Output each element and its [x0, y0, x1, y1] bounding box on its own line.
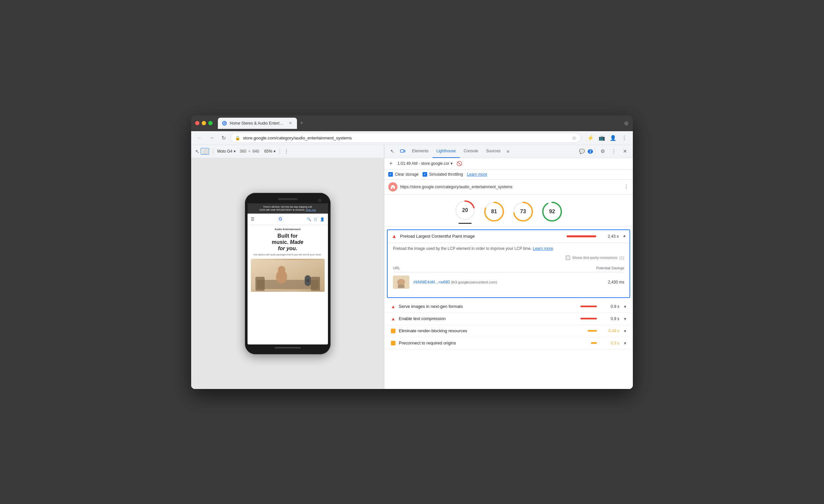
simulated-throttling-checkbox[interactable]: Simulated throttling: [423, 172, 463, 177]
cursor-mode-icon[interactable]: ↖: [195, 148, 199, 155]
profile-icon[interactable]: 👤: [608, 133, 618, 142]
audit-lcp-title: Preload Largest Contentful Paint image: [400, 234, 480, 239]
audit-lcp-desc: Preload the image used by the LCP elemen…: [393, 245, 624, 251]
audit-item-render-blocking[interactable]: Eliminate render-blocking resources 0.49…: [384, 325, 633, 337]
settings-icon[interactable]: ⚙: [597, 146, 608, 157]
best-practices-score[interactable]: 73: [513, 201, 534, 222]
tab-favicon: G: [222, 121, 227, 126]
audit-text-comp-chevron[interactable]: ▾: [624, 316, 626, 321]
tab-console[interactable]: Console: [460, 145, 482, 158]
svg-rect-12: [401, 149, 404, 152]
tab-sources[interactable]: Sources: [482, 145, 505, 158]
audit-text-comp-title: Enable text compression: [399, 316, 487, 321]
lock-icon: 🔒: [235, 135, 240, 140]
audit-item-next-gen[interactable]: ▲ Serve images in next-gen formats 0.9 s…: [384, 301, 633, 313]
third-party-label: Show 3rd-party resources: [572, 256, 617, 260]
more-options-icon[interactable]: ⋮: [608, 146, 619, 157]
minimize-button[interactable]: [202, 121, 206, 125]
tab-title: Home Stereo & Audio Entertain...: [230, 121, 285, 126]
audit-learn-more-link[interactable]: Learn more: [533, 246, 553, 251]
back-button[interactable]: ←: [195, 133, 204, 142]
url-display: 1:01:49 AM - store.google.cor: [398, 161, 449, 166]
row-savings: 2,430 ms: [585, 280, 624, 285]
more-tabs-button[interactable]: »: [505, 148, 512, 154]
address-text: store.google.com/category/audio_entertai…: [243, 135, 352, 140]
audit-lcp-chevron[interactable]: ▾: [623, 234, 626, 239]
inspect-element-icon[interactable]: ↖: [387, 146, 398, 157]
new-tab-button[interactable]: +: [297, 119, 306, 128]
audit-render-blocking-title: Eliminate render-blocking resources: [399, 328, 490, 333]
phone-subtext: Get started with audio packages that fit…: [251, 253, 325, 257]
device-selector[interactable]: Moto G4 ▾: [217, 149, 236, 154]
browser-tab[interactable]: G Home Stereo & Audio Entertain... ✕: [218, 118, 297, 129]
chrome-menu-button[interactable]: ⋮: [620, 133, 629, 142]
audit-lcp-body: Preload the image used by the LCP elemen…: [388, 242, 629, 297]
extensions-icon[interactable]: ⚡: [586, 133, 595, 142]
phone-banner-text: There's still time. Get free two-day shi…: [251, 205, 325, 212]
audit-item-preconnect[interactable]: Preconnect to required origins 0.3 s ▾: [384, 337, 633, 349]
width-value: 360: [240, 149, 246, 154]
more-options-button[interactable]: ⋮: [284, 148, 289, 155]
clear-session-button[interactable]: 🚫: [455, 160, 463, 168]
url-more-options-button[interactable]: ⋮: [624, 184, 629, 190]
forward-button[interactable]: →: [207, 133, 216, 142]
close-devtools-icon[interactable]: ✕: [620, 146, 630, 157]
address-input[interactable]: 🔒 store.google.com/category/audio_entert…: [231, 133, 581, 143]
issues-icon[interactable]: 💬: [577, 146, 587, 157]
row-url-main: /rbNNiE4oM...=w680: [413, 280, 450, 285]
throttling-check-icon: [423, 172, 427, 177]
hamburger-icon[interactable]: ☰: [251, 217, 254, 221]
third-party-checkbox[interactable]: [565, 256, 570, 260]
tab-elements[interactable]: Elements: [408, 145, 432, 158]
cast-icon[interactable]: 📺: [597, 133, 607, 142]
browser-window: G Home Stereo & Audio Entertain... ✕ + ⊕…: [191, 115, 633, 389]
device-mode-icon[interactable]: [398, 146, 408, 157]
url-dropdown[interactable]: 1:01:49 AM - store.google.cor ▾: [398, 161, 452, 166]
issues-badge: 2: [588, 149, 593, 154]
phone-screen: There's still time. Get free two-day shi…: [247, 203, 328, 344]
account-icon[interactable]: 👤: [320, 217, 325, 221]
dimension-display: 360 × 640: [240, 149, 259, 154]
clear-storage-checkbox[interactable]: Clear storage: [388, 172, 419, 177]
audit-render-blocking-chevron[interactable]: ▾: [624, 328, 626, 333]
maximize-button[interactable]: [208, 121, 213, 125]
responsive-mode-icon[interactable]: ⬜: [201, 148, 209, 155]
zoom-selector[interactable]: 65% ▾: [264, 149, 276, 154]
close-button[interactable]: [195, 121, 199, 125]
devtools-right-controls: 💬 2 ⚙ ⋮ ✕: [577, 146, 630, 157]
seo-score[interactable]: 92: [541, 201, 562, 222]
svg-point-9: [278, 266, 285, 273]
audit-warning-icon-2: ▲: [391, 316, 396, 321]
performance-score[interactable]: 20: [454, 200, 476, 224]
scores-row: 20 81: [384, 195, 633, 227]
phone-banner: There's still time. Get free two-day shi…: [247, 203, 328, 214]
audit-next-gen-chevron[interactable]: ▾: [624, 304, 626, 309]
audit-item-text-compression[interactable]: ▲ Enable text compression 0.9 s ▾: [384, 313, 633, 325]
dimension-separator: ×: [248, 149, 250, 154]
search-icon[interactable]: 🔍: [307, 217, 311, 221]
cart-icon[interactable]: 🛒: [313, 217, 318, 221]
toolbar-separator: [213, 148, 213, 155]
audit-lcp-header[interactable]: ▲ Preload Largest Contentful Paint image…: [388, 230, 629, 242]
tab-elements-label: Elements: [412, 149, 428, 153]
url-dropdown-icon: ▾: [450, 161, 452, 166]
tab-close-button[interactable]: ✕: [288, 121, 293, 126]
bookmark-icon[interactable]: ☆: [572, 135, 577, 141]
audit-warning-icon-1: ▲: [391, 304, 396, 309]
shop-now-link[interactable]: Shop now: [306, 209, 316, 211]
svg-text:20: 20: [462, 207, 468, 213]
audit-text-comp-bar: [581, 318, 597, 319]
options-learn-more-link[interactable]: Learn more: [467, 172, 487, 177]
accessibility-score[interactable]: 81: [484, 201, 505, 222]
add-session-button[interactable]: +: [387, 160, 395, 168]
svg-text:81: 81: [491, 209, 497, 214]
chrome-menu-icon[interactable]: ⊕: [624, 120, 629, 127]
tab-bar: G Home Stereo & Audio Entertain... ✕ +: [218, 118, 621, 129]
address-right-icons: ☆: [572, 135, 577, 141]
reload-button[interactable]: ↻: [219, 133, 228, 142]
lighthouse-options: Clear storage Simulated throttling Learn…: [384, 170, 633, 180]
device-dropdown-icon: ▾: [234, 149, 236, 154]
audit-preconnect-chevron[interactable]: ▾: [624, 340, 626, 346]
address-bar: ← → ↻ 🔒 store.google.com/category/audio_…: [191, 131, 633, 145]
tab-lighthouse[interactable]: Lighthouse: [432, 145, 460, 158]
